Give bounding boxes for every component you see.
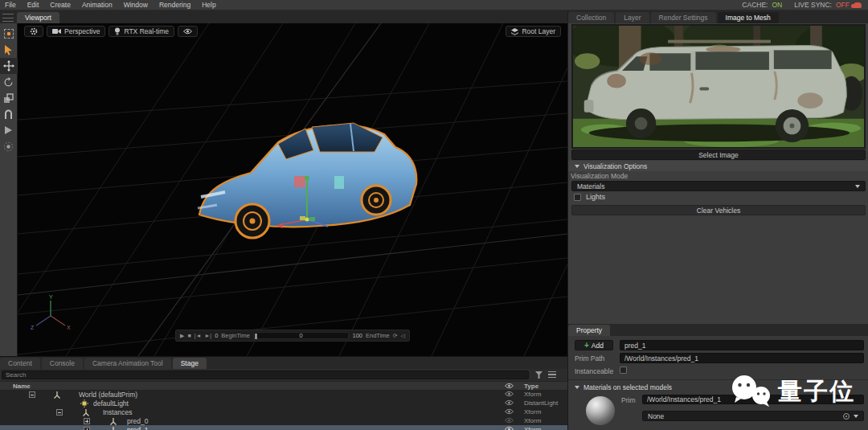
collapse-box-icon[interactable] bbox=[29, 391, 35, 398]
visibility-eye-icon[interactable] bbox=[505, 426, 514, 430]
collapse-box-icon[interactable] bbox=[56, 409, 63, 416]
move-tool[interactable] bbox=[0, 58, 18, 74]
instanceable-checkbox[interactable] bbox=[620, 367, 627, 374]
expand-box-icon[interactable] bbox=[84, 418, 90, 424]
marquee-select-tool[interactable] bbox=[0, 26, 18, 42]
tab-viewport[interactable]: Viewport bbox=[17, 12, 59, 23]
row-type: Xform bbox=[524, 408, 541, 416]
wechat-icon bbox=[730, 375, 772, 408]
select-image-button[interactable]: Select Image bbox=[571, 149, 866, 160]
expand-box-icon[interactable] bbox=[84, 427, 90, 430]
tab-camera-animation-tool[interactable]: Camera Animation Tool bbox=[84, 358, 171, 369]
visualization-mode-label: Visualization Mode bbox=[571, 172, 628, 180]
stop-button[interactable]: ■ bbox=[187, 333, 190, 338]
scale-tool[interactable] bbox=[0, 90, 18, 106]
rotate-icon bbox=[3, 77, 14, 88]
rotate-tool[interactable] bbox=[0, 74, 18, 90]
renderer-select-button[interactable]: RTX Real-time bbox=[108, 26, 174, 37]
row-label: Instances bbox=[103, 408, 132, 416]
material-select-dropdown[interactable]: None bbox=[642, 411, 864, 421]
play-icon bbox=[4, 125, 13, 135]
prim-name-field[interactable] bbox=[620, 340, 864, 350]
menu-file[interactable]: File bbox=[5, 1, 16, 9]
tab-render-settings[interactable]: Render Settings bbox=[651, 12, 716, 23]
next-frame-button[interactable]: ►| bbox=[204, 333, 211, 338]
stage-row-pred0[interactable]: pred_0 Xform bbox=[0, 416, 567, 425]
menu-create[interactable]: Create bbox=[50, 1, 71, 9]
viewport-settings-button[interactable] bbox=[24, 26, 43, 37]
menu-rendering[interactable]: Rendering bbox=[159, 1, 190, 9]
chevron-down-icon bbox=[854, 415, 858, 418]
add-button-label: Add bbox=[592, 342, 604, 350]
visualization-mode-dropdown[interactable]: Materials bbox=[571, 181, 866, 191]
materials-section-label: Materials on selected models bbox=[583, 383, 672, 391]
clear-vehicles-button[interactable]: Clear Vehicles bbox=[571, 205, 866, 215]
visibility-eye-icon[interactable] bbox=[505, 399, 514, 406]
live-sync-label: LIVE SYNC: bbox=[794, 1, 832, 9]
filter-icon[interactable] bbox=[535, 371, 542, 379]
tab-collection[interactable]: Collection bbox=[568, 12, 614, 23]
menu-help[interactable]: Help bbox=[202, 1, 215, 9]
stage-columns-header: Name Type bbox=[0, 382, 567, 390]
material-preview-sphere[interactable] bbox=[586, 396, 615, 425]
tab-stage[interactable]: Stage bbox=[173, 358, 207, 369]
visibility-button[interactable] bbox=[178, 26, 198, 37]
menu-animation[interactable]: Animation bbox=[82, 1, 113, 9]
begin-time-value[interactable]: 0 bbox=[215, 332, 218, 339]
menu-edit[interactable]: Edit bbox=[27, 1, 39, 9]
tab-property[interactable]: Property bbox=[568, 325, 610, 336]
tab-console[interactable]: Console bbox=[42, 358, 83, 369]
visibility-eye-icon[interactable] bbox=[505, 417, 514, 424]
xform-icon bbox=[109, 417, 117, 425]
select-tool[interactable] bbox=[0, 42, 18, 58]
play-tool[interactable] bbox=[0, 122, 18, 138]
physics-tool[interactable] bbox=[0, 138, 18, 154]
play-button[interactable]: ▶ bbox=[180, 333, 184, 338]
tab-layer[interactable]: Layer bbox=[616, 12, 649, 23]
options-menu-icon[interactable] bbox=[548, 371, 556, 378]
visualization-options-label: Visualization Options bbox=[583, 162, 647, 170]
axis-orientation-gizmo[interactable]: Y X Z bbox=[29, 293, 74, 334]
name-column-header[interactable]: Name bbox=[13, 383, 31, 390]
rewind-button[interactable]: ◁ bbox=[401, 333, 405, 338]
tab-content[interactable]: Content bbox=[0, 358, 40, 369]
tab-camera-animation-tool-label: Camera Animation Tool bbox=[92, 359, 163, 367]
search-input[interactable] bbox=[2, 371, 529, 379]
reference-image[interactable] bbox=[571, 24, 866, 149]
cursor-icon bbox=[3, 44, 14, 55]
stage-row-world[interactable]: World (defaultPrim) Xform bbox=[0, 390, 567, 399]
visibility-eye-icon[interactable] bbox=[505, 391, 514, 397]
viewport-toolbar: Perspective RTX Real-time bbox=[24, 26, 198, 37]
type-column-header[interactable]: Type bbox=[524, 383, 538, 390]
prim-path-field[interactable] bbox=[620, 353, 864, 363]
chevron-down-icon bbox=[855, 185, 860, 188]
tab-image-to-mesh[interactable]: Image to Mesh bbox=[718, 12, 779, 23]
lights-checkbox[interactable] bbox=[574, 194, 581, 201]
dock-handle-icon[interactable] bbox=[2, 14, 14, 22]
target-picker-icon[interactable] bbox=[843, 413, 850, 420]
stage-row-pred1[interactable]: pred_1 Xform bbox=[0, 425, 567, 430]
tab-render-settings-label: Render Settings bbox=[659, 14, 708, 22]
camera-select-button[interactable]: Perspective bbox=[47, 26, 105, 37]
root-layer-button[interactable]: Root Layer bbox=[506, 26, 561, 37]
menu-window[interactable]: Window bbox=[124, 1, 148, 9]
viewport-3d[interactable]: Perspective RTX Real-time Root Layer bbox=[18, 23, 567, 356]
stage-tabbar: Content Console Camera Animation Tool St… bbox=[0, 357, 567, 369]
end-time-value[interactable]: 100 bbox=[352, 332, 362, 339]
stage-row-instances[interactable]: Instances Xform bbox=[0, 407, 567, 416]
live-sync-status-icon[interactable] bbox=[854, 2, 862, 8]
visualization-options-header[interactable]: Visualization Options bbox=[568, 161, 868, 171]
timeline-track[interactable]: 0 bbox=[253, 332, 350, 339]
axis-z-label: Z bbox=[31, 325, 35, 330]
prev-frame-button[interactable]: |◄ bbox=[194, 333, 202, 338]
add-property-button[interactable]: + Add bbox=[575, 340, 613, 350]
property-tabbar: Property bbox=[568, 324, 868, 336]
stage-row-defaultlight[interactable]: defaultLight DistantLight bbox=[0, 399, 567, 407]
loop-button[interactable]: ⟳ bbox=[393, 333, 398, 338]
layers-icon bbox=[511, 28, 518, 35]
visibility-column-icon[interactable] bbox=[505, 383, 514, 389]
timeline-playhead[interactable] bbox=[255, 334, 257, 339]
visibility-eye-icon[interactable] bbox=[505, 408, 514, 415]
snap-tool[interactable] bbox=[0, 106, 18, 122]
tool-sidebar bbox=[0, 23, 18, 356]
